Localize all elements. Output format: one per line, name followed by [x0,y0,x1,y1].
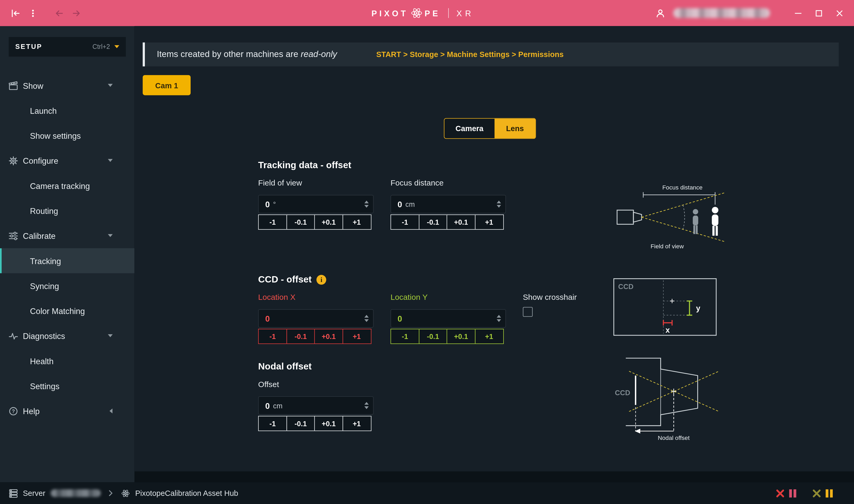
location-x-value: 0 [265,314,270,323]
plus-1-button[interactable]: +1 [342,214,371,230]
sliders-icon [9,231,18,240]
nodal-offset-unit: cm [273,401,282,410]
ccd-diagram-title: CCD [618,283,633,291]
plus-0-1-button[interactable]: +0.1 [447,329,476,344]
fov-diagram-fov-label: Field of view [650,243,684,250]
sidebar-item-syncing[interactable]: Syncing [0,273,135,298]
location-x-input[interactable]: 0 [258,309,373,328]
plus-1-button[interactable]: +1 [342,416,371,431]
minus-0-1-button[interactable]: -0.1 [419,329,448,344]
info-icon[interactable]: i [317,275,326,285]
chevron-down-icon [108,159,113,162]
fov-diagram-focus-label: Focus distance [662,184,702,191]
collapse-sidebar-icon[interactable] [6,4,24,22]
minimize-button[interactable] [790,5,806,21]
kebab-menu-icon[interactable] [24,4,41,22]
nodal-offset-input[interactable]: 0 cm [258,396,373,415]
sidebar-item-label: Show settings [30,131,81,140]
status-pause-yellow-icon[interactable] [825,488,833,498]
plus-1-button[interactable]: +1 [342,329,371,344]
sidebar-item-label: Syncing [30,281,59,290]
field-of-view-steppers: -1 -0.1 +0.1 +1 [258,214,373,230]
chevron-right-icon [109,490,113,497]
location-y-input[interactable]: 0 [390,309,506,328]
titlebar: PIXOT PE XR [0,0,854,26]
section-title-ccd-offset: CCD - offset i [258,274,326,285]
cam-1-button[interactable]: Cam 1 [143,75,191,95]
pixotope-logo: PIXOT PE XR [371,0,474,26]
sidebar-item-camera-tracking[interactable]: Camera tracking [0,173,135,198]
breadcrumb[interactable]: START > Storage > Machine Settings > Per… [376,50,564,59]
sidebar-item-tracking[interactable]: Tracking [0,248,135,273]
sidebar-item-label: Settings [30,381,59,391]
field-of-view-input[interactable]: 0 ° [258,195,373,213]
ccd-diagram-y-label: y [696,304,700,312]
plus-1-button[interactable]: +1 [475,329,504,344]
focus-distance-input[interactable]: 0 cm [390,195,506,213]
ccd-diagram: CCD y [613,278,717,338]
minus-0-1-button[interactable]: -0.1 [286,416,315,431]
plus-0-1-button[interactable]: +0.1 [314,214,343,230]
sidebar-item-color-matching[interactable]: Color Matching [0,298,135,323]
tab-lens[interactable]: Lens [494,119,535,139]
sidebar-item-launch[interactable]: Launch [0,98,135,123]
gear-icon [9,156,18,165]
location-y-label: Location Y [390,291,506,304]
sidebar-item-health[interactable]: Health [0,348,135,373]
spinner-control[interactable] [497,315,501,322]
location-y-steppers: -1 -0.1 +0.1 +1 [390,329,506,344]
minus-1-button[interactable]: -1 [258,416,287,431]
nodal-offset-diagram: CCD [607,354,727,444]
plus-1-button[interactable]: +1 [475,214,504,230]
nodal-offset-steppers: -1 -0.1 +0.1 +1 [258,416,373,431]
sidebar-item-help[interactable]: ? Help [0,398,135,423]
sidebar-item-label: Color Matching [30,306,85,315]
minus-1-button[interactable]: -1 [390,329,419,344]
spinner-control[interactable] [364,402,369,409]
location-y-field: Location Y 0 -1 -0.1 +0.1 +1 [390,291,506,344]
sidebar-item-configure[interactable]: Configure [0,148,135,173]
focus-distance-field: Focus distance 0 cm -1 -0.1 +0.1 +1 [390,176,506,230]
minus-1-button[interactable]: -1 [390,214,419,230]
minus-0-1-button[interactable]: -0.1 [286,329,315,344]
close-button[interactable] [831,5,848,21]
tab-camera[interactable]: Camera [445,119,494,139]
minus-1-button[interactable]: -1 [258,214,287,230]
product-label: XR [456,8,474,18]
sidebar-item-show-settings[interactable]: Show settings [0,123,135,148]
sidebar-item-calibrate[interactable]: Calibrate [0,223,135,248]
sidebar-item-routing[interactable]: Routing [0,198,135,223]
show-crosshair-checkbox[interactable] [523,307,533,317]
asset-hub-item[interactable]: PixotopeCalibration Asset Hub [120,488,238,498]
focus-distance-label: Focus distance [390,176,506,190]
sidebar-item-label: Help [23,406,40,415]
activity-icon [9,331,18,340]
spinner-control[interactable] [497,200,501,208]
svg-text:?: ? [12,408,15,414]
setup-mode-dropdown[interactable]: SETUP Ctrl+2 [9,37,126,57]
server-icon [9,488,18,498]
nodal-diagram-offset-label: Nodal offset [658,434,690,441]
sidebar-item-label: Camera tracking [30,181,90,190]
sidebar-item-label: Diagnostics [23,331,65,340]
minus-0-1-button[interactable]: -0.1 [419,214,448,230]
minus-1-button[interactable]: -1 [258,329,287,344]
show-icon [9,81,18,90]
server-label[interactable]: Server [23,489,45,498]
spinner-control[interactable] [364,315,369,322]
sidebar-item-diagnostics[interactable]: Diagnostics [0,323,135,348]
minus-0-1-button[interactable]: -0.1 [286,214,315,230]
status-x-yellow-icon[interactable] [812,488,821,498]
user-account-icon[interactable] [651,4,669,22]
forward-icon[interactable] [68,4,85,22]
spinner-control[interactable] [364,200,369,208]
back-icon[interactable] [50,4,68,22]
plus-0-1-button[interactable]: +0.1 [447,214,476,230]
sidebar-item-show[interactable]: Show [0,73,135,98]
sidebar-item-settings[interactable]: Settings [0,373,135,398]
plus-0-1-button[interactable]: +0.1 [314,329,343,344]
status-pause-red-icon[interactable] [788,488,797,498]
status-x-red-icon[interactable] [775,488,785,498]
maximize-button[interactable] [811,5,827,21]
plus-0-1-button[interactable]: +0.1 [314,416,343,431]
